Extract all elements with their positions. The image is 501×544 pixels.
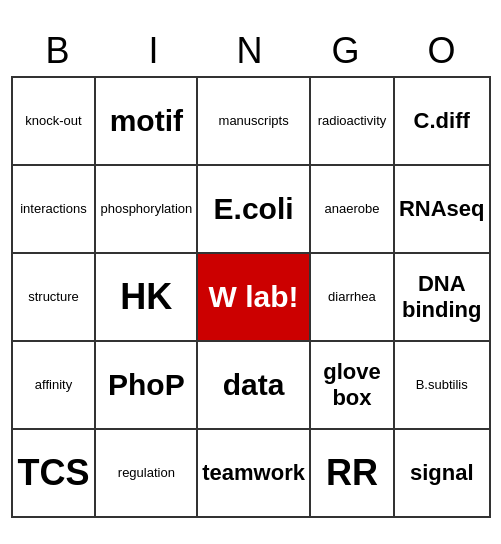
bingo-cell-8: anaerobe (311, 166, 395, 254)
bingo-cell-13: diarrhea (311, 254, 395, 342)
bingo-cell-15: affinity (13, 342, 97, 430)
cell-text-14: DNA binding (399, 271, 485, 324)
bingo-header: BINGO (11, 26, 491, 76)
header-letter-N: N (203, 26, 299, 76)
bingo-cell-21: regulation (96, 430, 198, 518)
header-letter-I: I (107, 26, 203, 76)
cell-text-1: motif (110, 103, 183, 139)
cell-text-18: glove box (315, 359, 389, 412)
bingo-cell-0: knock-out (13, 78, 97, 166)
bingo-cell-2: manuscripts (198, 78, 311, 166)
cell-text-0: knock-out (25, 113, 81, 129)
cell-text-6: phosphorylation (100, 201, 192, 217)
bingo-cell-3: radioactivity (311, 78, 395, 166)
cell-text-9: RNAseq (399, 196, 485, 222)
header-letter-B: B (11, 26, 107, 76)
cell-text-8: anaerobe (324, 201, 379, 217)
bingo-cell-5: interactions (13, 166, 97, 254)
cell-text-10: structure (28, 289, 79, 305)
bingo-cell-18: glove box (311, 342, 395, 430)
cell-text-23: RR (326, 451, 378, 494)
cell-text-4: C.diff (414, 108, 470, 134)
cell-text-17: data (223, 367, 285, 403)
bingo-cell-11: HK (96, 254, 198, 342)
cell-text-15: affinity (35, 377, 72, 393)
bingo-cell-9: RNAseq (395, 166, 491, 254)
bingo-cell-20: TCS (13, 430, 97, 518)
cell-text-3: radioactivity (318, 113, 387, 129)
bingo-cell-24: signal (395, 430, 491, 518)
cell-text-12: W lab! (209, 279, 299, 315)
bingo-cell-4: C.diff (395, 78, 491, 166)
bingo-cell-10: structure (13, 254, 97, 342)
bingo-cell-22: teamwork (198, 430, 311, 518)
bingo-grid: knock-outmotifmanuscriptsradioactivityC.… (11, 76, 491, 518)
cell-text-20: TCS (17, 451, 89, 494)
cell-text-11: HK (120, 275, 172, 318)
cell-text-2: manuscripts (219, 113, 289, 129)
cell-text-19: B.subtilis (416, 377, 468, 393)
bingo-card: BINGO knock-outmotifmanuscriptsradioacti… (11, 26, 491, 518)
cell-text-21: regulation (118, 465, 175, 481)
bingo-cell-7: E.coli (198, 166, 311, 254)
cell-text-7: E.coli (214, 191, 294, 227)
bingo-cell-19: B.subtilis (395, 342, 491, 430)
bingo-cell-14: DNA binding (395, 254, 491, 342)
bingo-cell-1: motif (96, 78, 198, 166)
cell-text-5: interactions (20, 201, 86, 217)
bingo-cell-6: phosphorylation (96, 166, 198, 254)
bingo-cell-16: PhoP (96, 342, 198, 430)
cell-text-24: signal (410, 460, 474, 486)
cell-text-16: PhoP (108, 367, 185, 403)
cell-text-22: teamwork (202, 460, 305, 486)
header-letter-G: G (299, 26, 395, 76)
bingo-cell-12: W lab! (198, 254, 311, 342)
bingo-cell-23: RR (311, 430, 395, 518)
cell-text-13: diarrhea (328, 289, 376, 305)
bingo-cell-17: data (198, 342, 311, 430)
header-letter-O: O (395, 26, 491, 76)
